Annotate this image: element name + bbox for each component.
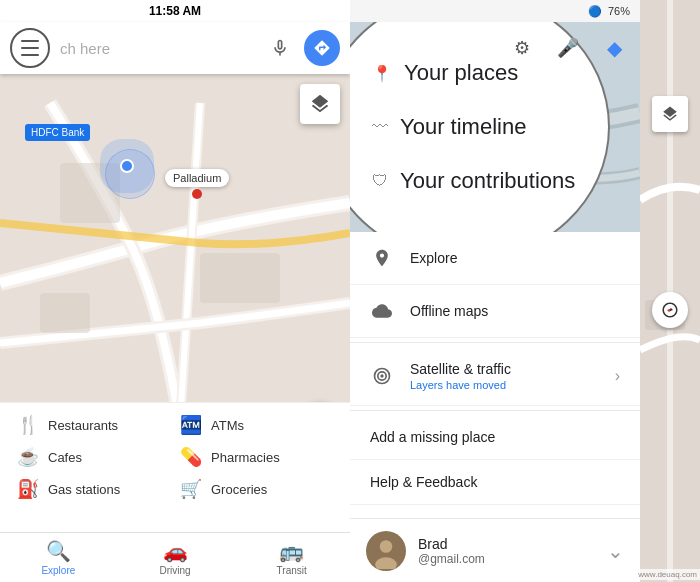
palladium-label: Palladium <box>165 169 229 187</box>
battery-right: 76% <box>608 5 630 17</box>
quick-access-grid: 🍴 Restaurants 🏧 ATMs ☕ Cafes 💊 Pharmacie… <box>16 413 334 501</box>
offline-maps-icon <box>370 299 394 323</box>
menu-satellite[interactable]: Satellite & traffic Layers have moved › <box>350 347 640 406</box>
user-email: @gmail.com <box>418 552 595 566</box>
add-place-text: Add a missing place <box>370 429 620 445</box>
palladium-marker: Palladium <box>165 169 229 199</box>
divider-2 <box>350 410 640 411</box>
gas-icon: ⛽ <box>16 477 40 501</box>
quick-atms[interactable]: 🏧 ATMs <box>179 413 334 437</box>
left-map-panel: 11:58 AM ch here <box>0 0 350 582</box>
menu-help[interactable]: Help & Feedback <box>350 460 640 505</box>
hdfc-marker: HDFC Bank <box>25 124 90 141</box>
menu-explore[interactable]: Explore <box>350 232 640 285</box>
help-text: Help & Feedback <box>370 474 620 490</box>
map-area[interactable]: HDFC Bank Palladium Google <box>0 74 350 452</box>
pharmacies-icon: 💊 <box>179 445 203 469</box>
your-contributions-label: Your contributions <box>400 168 575 194</box>
menu-your-places[interactable]: 📍 Your places <box>372 46 518 100</box>
svg-rect-3 <box>40 293 90 333</box>
search-bar: ch here <box>0 22 350 74</box>
palladium-dot <box>192 189 202 199</box>
directions-button[interactable] <box>304 30 340 66</box>
explore-menu-icon <box>370 246 394 270</box>
contributions-icon: 🛡 <box>372 172 388 190</box>
menu-nav-button[interactable]: ◆ <box>596 30 632 66</box>
offline-maps-label: Offline maps <box>410 303 488 319</box>
satellite-icon <box>370 364 394 388</box>
side-map-bg <box>640 0 700 582</box>
menu-header: 📍 Your places 〰 Your timeline 🛡 Your con… <box>350 22 640 232</box>
bluetooth-icon: 🔵 <box>588 5 602 18</box>
watermark: www.deuaq.com <box>635 569 700 580</box>
tab-explore[interactable]: 🔍 Explore <box>0 539 117 576</box>
quick-gas[interactable]: ⛽ Gas stations <box>16 477 171 501</box>
explore-label: Explore <box>41 565 75 576</box>
settings-button[interactable]: ⚙ <box>504 30 540 66</box>
avatar-image <box>368 533 404 569</box>
mic-button[interactable] <box>262 30 298 66</box>
driving-icon: 🚗 <box>163 539 188 563</box>
transit-label: Transit <box>277 565 307 576</box>
bottom-nav: 🔍 Explore 🚗 Driving 🚌 Transit <box>0 532 350 582</box>
user-avatar <box>366 531 406 571</box>
transit-icon: 🚌 <box>279 539 304 563</box>
menu-terms[interactable]: Terms of Service <box>350 505 640 518</box>
search-placeholder[interactable]: ch here <box>60 40 262 57</box>
right-layers-button[interactable] <box>652 96 688 132</box>
menu-top-icons: ⚙ 🎤 ◆ <box>504 30 632 66</box>
user-location-dot <box>120 159 134 173</box>
places-icon: 📍 <box>372 64 392 83</box>
groceries-label: Groceries <box>211 482 267 497</box>
menu-mic-button[interactable]: 🎤 <box>550 30 586 66</box>
groceries-icon: 🛒 <box>179 477 203 501</box>
gas-label: Gas stations <box>48 482 120 497</box>
svg-rect-2 <box>200 253 280 303</box>
restaurants-label: Restaurants <box>48 418 118 433</box>
atms-icon: 🏧 <box>179 413 203 437</box>
tab-driving[interactable]: 🚗 Driving <box>117 539 234 576</box>
quick-restaurants[interactable]: 🍴 Restaurants <box>16 413 171 437</box>
cafes-label: Cafes <box>48 450 82 465</box>
menu-list: Explore Offline maps <box>350 232 640 518</box>
divider-1 <box>350 342 640 343</box>
satellite-chevron: › <box>615 367 620 385</box>
quick-access-panel: 🍴 Restaurants 🏧 ATMs ☕ Cafes 💊 Pharmacie… <box>0 402 350 532</box>
driving-label: Driving <box>159 565 190 576</box>
timeline-icon: 〰 <box>372 118 388 136</box>
menu-offline-maps[interactable]: Offline maps <box>350 285 640 338</box>
hamburger-button[interactable] <box>10 28 50 68</box>
satellite-text: Satellite & traffic Layers have moved <box>410 361 599 391</box>
status-bar-left: 11:58 AM <box>0 0 350 22</box>
restaurants-icon: 🍴 <box>16 413 40 437</box>
your-timeline-label: Your timeline <box>400 114 526 140</box>
right-compass-button[interactable] <box>652 292 688 328</box>
quick-pharmacies[interactable]: 💊 Pharmacies <box>179 445 334 469</box>
cafes-icon: ☕ <box>16 445 40 469</box>
quick-cafes[interactable]: ☕ Cafes <box>16 445 171 469</box>
your-places-label: Your places <box>404 60 518 86</box>
svg-point-9 <box>380 374 383 377</box>
pharmacies-label: Pharmacies <box>211 450 280 465</box>
right-panel: 🔵 76% 📍 Your places <box>350 0 700 582</box>
time-display: 11:58 AM <box>149 4 201 18</box>
menu-your-timeline[interactable]: 〰 Your timeline <box>372 100 526 154</box>
explore-menu-label: Explore <box>410 250 457 266</box>
quick-groceries[interactable]: 🛒 Groceries <box>179 477 334 501</box>
hamburger-line-2 <box>21 47 39 49</box>
svg-point-11 <box>380 540 393 553</box>
layers-button[interactable] <box>300 84 340 124</box>
user-chevron[interactable]: ⌄ <box>607 539 624 563</box>
tab-transit[interactable]: 🚌 Transit <box>233 539 350 576</box>
menu-panel: 🔵 76% 📍 Your places <box>350 0 640 582</box>
hamburger-line-1 <box>21 40 39 42</box>
explore-icon: 🔍 <box>46 539 71 563</box>
menu-add-place[interactable]: Add a missing place <box>350 415 640 460</box>
right-side-map: www.deuaq.com <box>640 0 700 582</box>
menu-your-contributions[interactable]: 🛡 Your contributions <box>372 154 575 208</box>
hamburger-line-3 <box>21 54 39 56</box>
user-profile[interactable]: Brad @gmail.com ⌄ <box>350 518 640 582</box>
status-bar-right: 🔵 76% <box>350 0 640 22</box>
user-info: Brad @gmail.com <box>418 536 595 566</box>
user-name: Brad <box>418 536 595 552</box>
